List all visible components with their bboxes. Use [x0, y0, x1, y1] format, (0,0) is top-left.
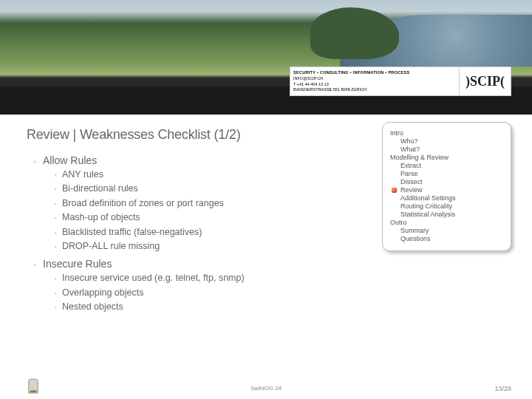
logo-email: INFO@SCIP.CH: [293, 76, 456, 81]
bullet-icon: ◦: [49, 171, 62, 181]
logo-address: BADENERSTRASSE 551 8048 ZÜRICH: [293, 87, 456, 92]
bullet-icon: ◦: [49, 274, 62, 284]
agenda-item: Intro: [390, 129, 503, 137]
agenda-item: Dissect: [400, 178, 503, 185]
section-heading: Insecure Rules: [43, 258, 112, 270]
logo-mark: )SCIP(: [459, 67, 511, 95]
list-item: ANY rules: [62, 168, 103, 182]
page-title: Review | Weaknesses Checklist (1/2): [27, 127, 350, 143]
list-item: Bi-directional rules: [62, 182, 138, 196]
main-content: Review | Weaknesses Checklist (1/2) ◦ Al…: [27, 127, 350, 318]
list-item: Broad definition of zones or port ranges: [62, 197, 224, 211]
agenda-item: Outro: [390, 219, 503, 226]
agenda-item: Summary: [400, 227, 503, 234]
bullet-icon: ◦: [27, 157, 43, 166]
list-item: Insecure service used (e.g. telnet, ftp,…: [62, 271, 245, 285]
bullet-icon: ◦: [27, 261, 43, 269]
list-item: Overlapping objects: [62, 286, 143, 300]
subitem-list: ◦ANY rules ◦Bi-directional rules ◦Broad …: [27, 168, 350, 253]
bullet-icon: ◦: [49, 200, 62, 210]
agenda-item: Who?: [400, 137, 503, 145]
list-item: Blacklisted traffic (false-negatives): [62, 225, 202, 239]
bullet-icon: ◦: [49, 228, 62, 239]
hero-headland: [310, 7, 399, 59]
agenda-sidebar: Intro Who? What? Modelling & Review Extr…: [382, 122, 511, 251]
footer-center: SwiNOG 24: [250, 385, 282, 392]
bullet-icon: ◦: [49, 185, 62, 195]
page-number: 13/28: [494, 385, 511, 392]
agenda-item: Parse: [400, 170, 503, 177]
agenda-item: Routing Criticality: [400, 202, 503, 210]
agenda-item: Questions: [400, 235, 503, 242]
agenda-item: Additional Settings: [400, 194, 503, 202]
agenda-item: What?: [400, 146, 503, 153]
logo-tagline: SECURITY • CONSULTING • INFORMATION • PR…: [293, 70, 456, 75]
logo-phone: T +41 44 404 13 13: [293, 82, 456, 87]
subitem-list: ◦Insecure service used (e.g. telnet, ftp…: [27, 271, 350, 314]
agenda-item: Extract: [400, 162, 503, 169]
agenda-item: Modelling & Review: [390, 154, 503, 161]
hero-banner: SECURITY • CONSULTING • INFORMATION • PR…: [0, 0, 532, 115]
bullet-icon: ◦: [49, 214, 62, 224]
agenda-item-current: Review: [400, 186, 503, 194]
logo-strip: SECURITY • CONSULTING • INFORMATION • PR…: [290, 66, 511, 96]
section-heading: Allow Rules: [43, 154, 97, 166]
footer: SwiNOG 24 13/28: [0, 385, 532, 392]
list-item: Nested objects: [62, 300, 123, 314]
bullet-icon: ◦: [49, 242, 62, 253]
bullet-icon: ◦: [49, 303, 62, 313]
bullet-icon: ◦: [49, 289, 62, 299]
agenda-item: Statistical Analysis: [400, 211, 503, 218]
list-item: DROP-ALL rule missing: [62, 239, 160, 253]
list-item: Mash-up of objects: [62, 211, 140, 225]
section-list: ◦ Allow Rules ◦ANY rules ◦Bi-directional…: [27, 154, 350, 314]
